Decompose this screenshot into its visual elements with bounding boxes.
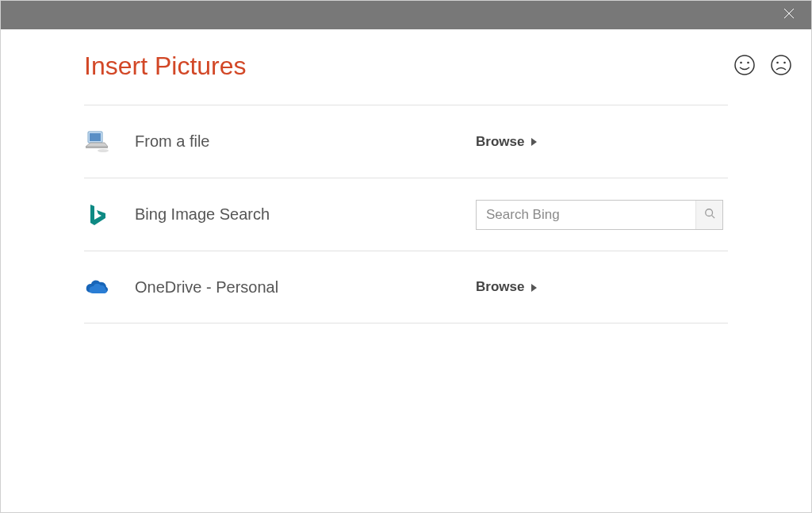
- computer-icon: [84, 129, 109, 155]
- smile-icon: [733, 65, 756, 78]
- svg-point-7: [783, 61, 786, 63]
- svg-point-5: [772, 56, 791, 75]
- row-onedrive: OneDrive - Personal Browse: [84, 251, 728, 323]
- svg-point-3: [740, 61, 742, 63]
- from-file-label: From a file: [135, 132, 476, 151]
- bing-icon-container: [84, 202, 135, 228]
- bing-label: Bing Image Search: [135, 205, 476, 224]
- dialog-content: Insert Pictures: [1, 29, 811, 323]
- svg-point-2: [735, 56, 754, 75]
- close-button[interactable]: [776, 1, 802, 29]
- feedback-sad-button[interactable]: [770, 54, 792, 76]
- from-file-icon-container: [84, 129, 135, 155]
- svg-point-13: [705, 209, 712, 216]
- svg-line-14: [711, 216, 714, 219]
- feedback-happy-button[interactable]: [733, 54, 756, 76]
- onedrive-icon-container: [84, 274, 135, 300]
- source-list: From a file Browse Bing Image Search: [1, 105, 811, 323]
- row-bing: Bing Image Search: [84, 178, 728, 251]
- close-icon: [783, 7, 795, 23]
- bing-search-button[interactable]: [695, 201, 722, 229]
- svg-point-6: [776, 61, 779, 63]
- bing-icon: [84, 202, 109, 228]
- onedrive-icon: [84, 274, 109, 300]
- bing-search-box: [476, 200, 723, 230]
- svg-rect-10: [90, 133, 101, 141]
- from-file-browse-button[interactable]: Browse: [476, 134, 537, 150]
- dialog-header: Insert Pictures: [1, 52, 811, 81]
- browse-label: Browse: [476, 134, 524, 150]
- frown-icon: [770, 65, 792, 78]
- caret-right-icon: [531, 284, 537, 292]
- onedrive-action: Browse: [476, 279, 728, 295]
- dialog-title: Insert Pictures: [84, 52, 733, 81]
- feedback-icons: [733, 54, 792, 76]
- svg-rect-11: [86, 147, 108, 148]
- caret-right-icon: [531, 138, 537, 146]
- search-icon: [704, 208, 715, 221]
- onedrive-label: OneDrive - Personal: [135, 278, 476, 297]
- bing-action: [476, 200, 728, 230]
- onedrive-browse-button[interactable]: Browse: [476, 279, 537, 295]
- titlebar: [1, 1, 811, 29]
- browse-label: Browse: [476, 279, 524, 295]
- svg-point-12: [98, 149, 109, 152]
- row-from-file: From a file Browse: [84, 105, 728, 178]
- svg-point-4: [747, 61, 749, 63]
- from-file-action: Browse: [476, 134, 728, 150]
- bing-search-input[interactable]: [477, 201, 695, 229]
